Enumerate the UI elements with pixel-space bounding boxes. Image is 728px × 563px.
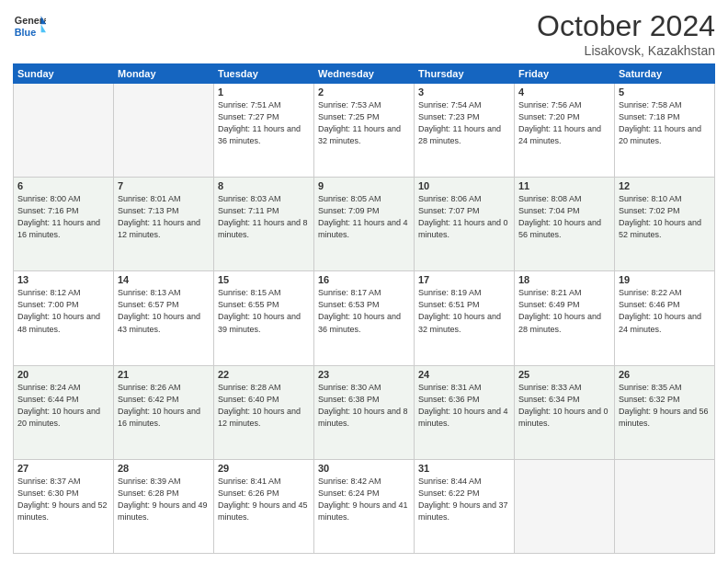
svg-text:Blue: Blue [15,27,36,38]
day-number: 13 [17,274,109,285]
day-number: 6 [17,180,109,191]
calendar-cell: 30Sunrise: 8:42 AM Sunset: 6:24 PM Dayli… [314,459,415,553]
day-number: 22 [218,369,310,380]
day-detail: Sunrise: 8:15 AM Sunset: 6:55 PM Dayligh… [218,287,310,335]
day-number: 26 [619,369,711,380]
day-detail: Sunrise: 8:08 AM Sunset: 7:04 PM Dayligh… [518,193,610,241]
day-number: 4 [518,86,610,98]
calendar-cell: 5Sunrise: 7:58 AM Sunset: 7:18 PM Daylig… [615,84,715,178]
day-detail: Sunrise: 8:03 AM Sunset: 7:11 PM Dayligh… [218,193,310,241]
day-detail: Sunrise: 8:05 AM Sunset: 7:09 PM Dayligh… [318,193,410,241]
calendar-cell: 3Sunrise: 7:54 AM Sunset: 7:23 PM Daylig… [415,84,515,178]
calendar-cell [615,459,715,553]
calendar-cell: 8Sunrise: 8:03 AM Sunset: 7:11 PM Daylig… [214,178,314,271]
calendar-cell: 26Sunrise: 8:35 AM Sunset: 6:32 PM Dayli… [615,365,715,459]
day-number: 7 [118,180,210,191]
calendar-cell: 14Sunrise: 8:13 AM Sunset: 6:57 PM Dayli… [114,271,214,365]
calendar-cell: 27Sunrise: 8:37 AM Sunset: 6:30 PM Dayli… [14,459,114,553]
weekday-header-row: SundayMondayTuesdayWednesdayThursdayFrid… [14,64,715,84]
day-number: 10 [418,180,510,191]
day-number: 5 [619,86,711,98]
weekday-saturday: Saturday [615,64,715,84]
calendar-cell: 13Sunrise: 8:12 AM Sunset: 7:00 PM Dayli… [14,271,114,365]
calendar-cell: 11Sunrise: 8:08 AM Sunset: 7:04 PM Dayli… [515,178,615,271]
day-detail: Sunrise: 8:28 AM Sunset: 6:40 PM Dayligh… [218,382,310,430]
calendar-cell: 2Sunrise: 7:53 AM Sunset: 7:25 PM Daylig… [314,84,415,178]
calendar-cell: 4Sunrise: 7:56 AM Sunset: 7:20 PM Daylig… [515,84,615,178]
calendar-cell: 28Sunrise: 8:39 AM Sunset: 6:28 PM Dayli… [114,459,214,553]
calendar-cell: 21Sunrise: 8:26 AM Sunset: 6:42 PM Dayli… [114,365,214,459]
day-detail: Sunrise: 7:56 AM Sunset: 7:20 PM Dayligh… [518,99,610,147]
calendar-cell: 20Sunrise: 8:24 AM Sunset: 6:44 PM Dayli… [14,365,114,459]
calendar-table: SundayMondayTuesdayWednesdayThursdayFrid… [13,63,715,554]
calendar-cell: 25Sunrise: 8:33 AM Sunset: 6:34 PM Dayli… [515,365,615,459]
day-detail: Sunrise: 7:53 AM Sunset: 7:25 PM Dayligh… [318,99,410,147]
calendar-cell: 22Sunrise: 8:28 AM Sunset: 6:40 PM Dayli… [214,365,314,459]
day-number: 11 [518,180,610,191]
calendar-cell [515,459,615,553]
day-number: 15 [218,274,310,285]
day-number: 21 [118,369,210,380]
day-detail: Sunrise: 8:01 AM Sunset: 7:13 PM Dayligh… [118,193,210,241]
day-detail: Sunrise: 8:26 AM Sunset: 6:42 PM Dayligh… [118,382,210,430]
calendar-cell: 17Sunrise: 8:19 AM Sunset: 6:51 PM Dayli… [415,271,515,365]
day-number: 1 [218,86,310,98]
calendar-cell: 15Sunrise: 8:15 AM Sunset: 6:55 PM Dayli… [214,271,314,365]
day-detail: Sunrise: 8:00 AM Sunset: 7:16 PM Dayligh… [17,193,109,241]
day-detail: Sunrise: 7:58 AM Sunset: 7:18 PM Dayligh… [619,99,711,147]
weekday-thursday: Thursday [415,64,515,84]
calendar-cell: 16Sunrise: 8:17 AM Sunset: 6:53 PM Dayli… [314,271,415,365]
day-number: 8 [218,180,310,191]
location: Lisakovsk, Kazakhstan [537,43,715,58]
weekday-tuesday: Tuesday [214,64,314,84]
day-detail: Sunrise: 8:42 AM Sunset: 6:24 PM Dayligh… [318,476,410,523]
day-detail: Sunrise: 7:54 AM Sunset: 7:23 PM Dayligh… [418,99,510,147]
day-number: 20 [17,369,109,380]
day-number: 18 [518,274,610,285]
day-detail: Sunrise: 8:12 AM Sunset: 7:00 PM Dayligh… [17,287,109,335]
week-row-3: 20Sunrise: 8:24 AM Sunset: 6:44 PM Dayli… [14,365,715,459]
day-detail: Sunrise: 8:31 AM Sunset: 6:36 PM Dayligh… [418,382,510,430]
day-detail: Sunrise: 8:22 AM Sunset: 6:46 PM Dayligh… [619,287,711,335]
calendar-cell [114,84,214,178]
calendar-cell: 29Sunrise: 8:41 AM Sunset: 6:26 PM Dayli… [214,459,314,553]
calendar-cell: 24Sunrise: 8:31 AM Sunset: 6:36 PM Dayli… [415,365,515,459]
week-row-1: 6Sunrise: 8:00 AM Sunset: 7:16 PM Daylig… [14,178,715,271]
day-detail: Sunrise: 8:33 AM Sunset: 6:34 PM Dayligh… [518,382,610,430]
weekday-monday: Monday [114,64,214,84]
day-number: 24 [418,369,510,380]
day-detail: Sunrise: 8:13 AM Sunset: 6:57 PM Dayligh… [118,287,210,335]
day-number: 17 [418,274,510,285]
day-detail: Sunrise: 8:35 AM Sunset: 6:32 PM Dayligh… [619,382,711,430]
week-row-4: 27Sunrise: 8:37 AM Sunset: 6:30 PM Dayli… [14,459,715,553]
day-number: 27 [17,463,109,474]
weekday-wednesday: Wednesday [314,64,415,84]
calendar-cell: 9Sunrise: 8:05 AM Sunset: 7:09 PM Daylig… [314,178,415,271]
day-detail: Sunrise: 8:10 AM Sunset: 7:02 PM Dayligh… [619,193,711,241]
header: General Blue October 2024 Lisakovsk, Kaz… [13,9,715,58]
calendar-cell: 31Sunrise: 8:44 AM Sunset: 6:22 PM Dayli… [415,459,515,553]
day-number: 30 [318,463,410,474]
day-detail: Sunrise: 8:44 AM Sunset: 6:22 PM Dayligh… [418,476,510,523]
day-number: 25 [518,369,610,380]
day-number: 14 [118,274,210,285]
week-row-0: 1Sunrise: 7:51 AM Sunset: 7:27 PM Daylig… [14,84,715,178]
day-detail: Sunrise: 8:19 AM Sunset: 6:51 PM Dayligh… [418,287,510,335]
day-number: 16 [318,274,410,285]
day-detail: Sunrise: 8:37 AM Sunset: 6:30 PM Dayligh… [17,476,109,523]
day-number: 2 [318,86,410,98]
day-number: 19 [619,274,711,285]
day-number: 23 [318,369,410,380]
logo: General Blue [13,9,46,42]
calendar-cell: 12Sunrise: 8:10 AM Sunset: 7:02 PM Dayli… [615,178,715,271]
day-detail: Sunrise: 8:41 AM Sunset: 6:26 PM Dayligh… [218,476,310,523]
day-detail: Sunrise: 8:21 AM Sunset: 6:49 PM Dayligh… [518,287,610,335]
day-detail: Sunrise: 8:24 AM Sunset: 6:44 PM Dayligh… [17,382,109,430]
day-detail: Sunrise: 8:30 AM Sunset: 6:38 PM Dayligh… [318,382,410,430]
calendar-cell: 18Sunrise: 8:21 AM Sunset: 6:49 PM Dayli… [515,271,615,365]
calendar-cell: 10Sunrise: 8:06 AM Sunset: 7:07 PM Dayli… [415,178,515,271]
day-detail: Sunrise: 8:06 AM Sunset: 7:07 PM Dayligh… [418,193,510,241]
calendar-cell: 1Sunrise: 7:51 AM Sunset: 7:27 PM Daylig… [214,84,314,178]
day-number: 31 [418,463,510,474]
day-detail: Sunrise: 7:51 AM Sunset: 7:27 PM Dayligh… [218,99,310,147]
